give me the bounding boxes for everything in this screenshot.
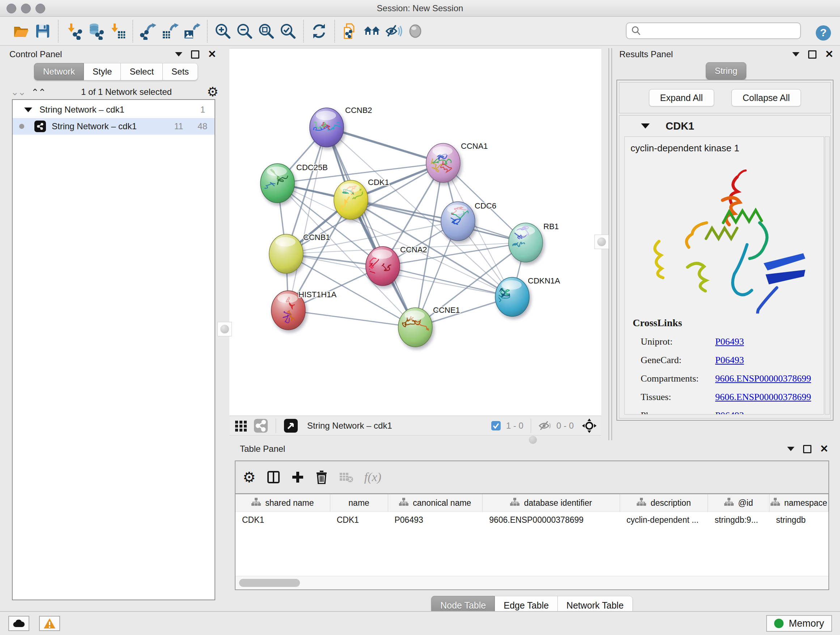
hidden-eye-icon[interactable] bbox=[538, 420, 551, 431]
export-network-button[interactable] bbox=[137, 20, 159, 42]
cloud-button[interactable] bbox=[8, 616, 29, 631]
delete-column-trash-icon[interactable] bbox=[315, 470, 328, 484]
open-session-button[interactable] bbox=[10, 20, 32, 42]
export-image-button[interactable] bbox=[181, 20, 202, 42]
network-node-CCNA1[interactable] bbox=[426, 143, 460, 182]
table-cell[interactable]: P06493 bbox=[388, 512, 483, 528]
network-node-CCNA2[interactable] bbox=[366, 247, 400, 286]
right-splitter-handle[interactable] bbox=[594, 234, 609, 249]
table-options-gear-icon[interactable]: ⚙ bbox=[243, 469, 256, 486]
collection-expand-caret-icon[interactable] bbox=[24, 108, 32, 112]
show-columns-icon[interactable] bbox=[267, 470, 280, 484]
panel-float-icon[interactable] bbox=[803, 445, 812, 453]
tab-select[interactable]: Select bbox=[121, 63, 163, 80]
save-session-button[interactable] bbox=[32, 20, 54, 42]
network-node-CDC6[interactable] bbox=[441, 202, 475, 241]
crosslink-link[interactable]: P06493 bbox=[715, 410, 744, 415]
warnings-button[interactable] bbox=[39, 616, 60, 631]
zoom-selected-button[interactable] bbox=[277, 20, 299, 42]
network-node-CCNE1[interactable] bbox=[398, 308, 432, 347]
table-cell[interactable]: stringdb bbox=[769, 512, 829, 528]
table-horizontal-scrollbar[interactable] bbox=[235, 576, 829, 589]
results-scrollbar[interactable] bbox=[825, 136, 830, 415]
network-node-CDC25B[interactable] bbox=[254, 164, 294, 203]
network-node-CDKN1A[interactable] bbox=[491, 277, 529, 317]
crosslink-link[interactable]: 9606.ENSP00000378699 bbox=[715, 392, 811, 402]
crosshair-icon[interactable] bbox=[582, 418, 597, 433]
network-node-RB1[interactable] bbox=[508, 223, 543, 262]
zoom-out-button[interactable] bbox=[234, 20, 256, 42]
tab-string[interactable]: String bbox=[706, 62, 747, 80]
network-list: String Network – cdk1 1 String Network –… bbox=[12, 99, 215, 600]
table-cell[interactable]: CDK1 bbox=[235, 512, 330, 528]
network-node-CCNB2[interactable] bbox=[304, 108, 344, 147]
expand-all-chevron-icon[interactable]: ⌄⌄ bbox=[32, 88, 46, 96]
fit-content-button[interactable] bbox=[256, 20, 277, 42]
help-button[interactable]: ? bbox=[813, 22, 834, 44]
panel-menu-icon[interactable] bbox=[787, 447, 794, 451]
tab-style[interactable]: Style bbox=[84, 63, 121, 80]
crosslink-link[interactable]: P06493 bbox=[715, 336, 744, 347]
panel-float-icon[interactable] bbox=[808, 50, 816, 59]
protein-section-header[interactable]: CDK1 bbox=[619, 116, 831, 136]
export-table-button[interactable] bbox=[159, 20, 181, 42]
string-results-box: Expand All Collapse All CDK1 cyclin-depe… bbox=[616, 80, 834, 421]
network-canvas[interactable]: CCNB2CCNA1CDC25BCDK1CDC6RB1CCNB1CCNA2CDK… bbox=[229, 48, 601, 416]
share-view-icon[interactable] bbox=[253, 418, 268, 433]
expand-all-button[interactable]: Expand All bbox=[649, 89, 714, 106]
vertical-splitter[interactable] bbox=[608, 48, 612, 440]
column-header-namespace[interactable]: namespace bbox=[769, 494, 829, 511]
create-column-plus-icon[interactable] bbox=[291, 470, 304, 484]
memory-button[interactable]: Memory bbox=[766, 615, 832, 632]
left-splitter-handle[interactable] bbox=[218, 322, 232, 336]
tab-network[interactable]: Network bbox=[34, 63, 84, 80]
network-row-selected[interactable]: String Network – cdk1 11 48 bbox=[13, 118, 215, 135]
section-collapse-caret-icon[interactable] bbox=[641, 124, 650, 128]
grid-view-icon[interactable] bbox=[234, 418, 248, 433]
import-table-from-file-button[interactable] bbox=[106, 20, 128, 42]
import-network-from-file-button[interactable] bbox=[63, 20, 85, 42]
panel-close-icon[interactable]: ✕ bbox=[208, 51, 216, 58]
crosslink-link[interactable]: 9606.ENSP00000378699 bbox=[715, 373, 811, 384]
refresh-button[interactable] bbox=[308, 20, 330, 42]
column-header-shared-name[interactable]: shared name bbox=[235, 494, 330, 511]
hide-selected-button[interactable] bbox=[383, 20, 404, 42]
panel-close-icon[interactable]: ✕ bbox=[825, 51, 834, 58]
network-node-CCNB1[interactable] bbox=[269, 234, 303, 273]
new-network-from-selection-button[interactable] bbox=[339, 20, 361, 42]
selected-checkbox-icon[interactable] bbox=[491, 421, 501, 431]
collapse-all-chevron-icon[interactable]: ⌄⌄ bbox=[11, 88, 25, 96]
panel-menu-icon[interactable] bbox=[175, 52, 182, 57]
window-zoom-button[interactable] bbox=[35, 4, 45, 13]
table-row[interactable]: CDK1CDK1P064939606.ENSP00000378699cyclin… bbox=[235, 511, 829, 528]
first-neighbors-button[interactable] bbox=[361, 20, 383, 42]
panel-close-icon[interactable]: ✕ bbox=[820, 445, 829, 453]
birdseye-view-icon[interactable] bbox=[283, 418, 298, 433]
panel-float-icon[interactable] bbox=[191, 50, 199, 59]
panel-menu-icon[interactable] bbox=[792, 52, 799, 57]
table-cell[interactable]: stringdb:9... bbox=[708, 512, 769, 528]
column-header-@id[interactable]: @id bbox=[708, 494, 769, 511]
export-table-icon bbox=[161, 22, 179, 40]
scrollbar-thumb[interactable] bbox=[239, 579, 300, 587]
column-header-description[interactable]: description bbox=[620, 494, 708, 511]
search-input[interactable] bbox=[642, 25, 795, 36]
column-header-database-identifier[interactable]: database identifier bbox=[483, 494, 620, 511]
column-header-name[interactable]: name bbox=[330, 494, 388, 511]
table-cell[interactable]: 9606.ENSP00000378699 bbox=[483, 512, 620, 528]
network-options-gear-icon[interactable]: ⚙ bbox=[207, 84, 218, 100]
network-node-CDK1[interactable] bbox=[334, 180, 368, 219]
import-network-from-database-button[interactable] bbox=[85, 20, 106, 42]
window-minimize-button[interactable] bbox=[21, 4, 31, 13]
window-close-button[interactable] bbox=[6, 4, 16, 13]
show-all-button[interactable] bbox=[404, 20, 426, 42]
table-cell[interactable]: CDK1 bbox=[330, 512, 388, 528]
search-box[interactable] bbox=[626, 22, 801, 39]
tab-sets[interactable]: Sets bbox=[163, 63, 198, 80]
network-collection-row[interactable]: String Network – cdk1 1 bbox=[13, 101, 215, 118]
crosslink-link[interactable]: P06493 bbox=[715, 355, 744, 366]
table-cell[interactable]: cyclin-dependent ... bbox=[620, 512, 708, 528]
collapse-all-button[interactable]: Collapse All bbox=[731, 89, 801, 106]
zoom-in-button[interactable] bbox=[212, 20, 234, 42]
column-header-canonical-name[interactable]: canonical name bbox=[388, 494, 483, 511]
